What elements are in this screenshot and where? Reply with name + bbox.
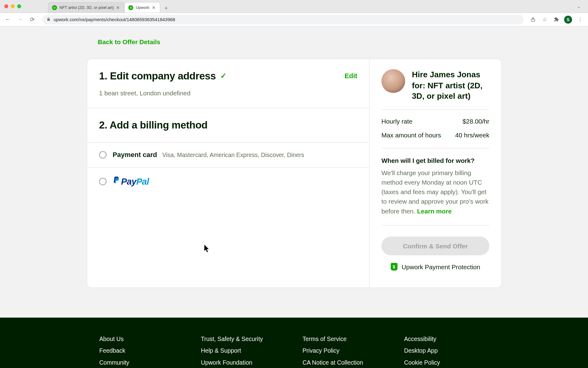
summary-label: Hourly rate	[381, 117, 412, 125]
footer-link[interactable]: Accessibility	[404, 333, 488, 345]
footer-link[interactable]: CA Notice at Collection	[303, 357, 387, 368]
checkout-card: 1. Edit company address ✓ Edit 1 bean st…	[87, 59, 502, 288]
billing-option-paypal[interactable]: PayPal	[87, 167, 369, 195]
site-footer: About Us Feedback Community Trust, Safet…	[0, 318, 588, 368]
svg-rect-0	[47, 19, 50, 20]
summary-row: Max amount of hours 40 hrs/week	[381, 132, 489, 139]
payment-card-sublabel: Visa, Mastercard, American Express, Disc…	[162, 151, 304, 158]
tab-close-icon[interactable]: ✕	[116, 5, 120, 10]
step-title-text: 2. Add a billing method	[99, 119, 207, 131]
footer-link[interactable]: Community	[99, 357, 184, 368]
learn-more-link[interactable]: Learn more	[417, 207, 452, 214]
step-billing-method: 2. Add a billing method	[87, 108, 369, 142]
paypal-logo-icon: PayPal	[113, 176, 149, 187]
billing-explanation: We'll charge your primary billing method…	[381, 168, 489, 216]
shield-icon: $	[390, 263, 397, 271]
mouse-cursor-icon	[204, 245, 210, 253]
footer-link[interactable]: Cookie Policy	[404, 357, 488, 368]
upwork-favicon-icon: u	[128, 5, 133, 10]
edit-address-link[interactable]: Edit	[345, 72, 357, 80]
summary-label: Max amount of hours	[381, 132, 441, 139]
payment-card-label: Payment card	[113, 151, 157, 158]
billing-options: Payment card Visa, Mastercard, American …	[87, 142, 369, 195]
window-close-button[interactable]	[4, 4, 8, 8]
footer-link[interactable]: About Us	[99, 333, 184, 345]
nav-reload-button[interactable]: ⟳	[28, 15, 37, 24]
traffic-lights	[4, 4, 21, 8]
window-maximize-button[interactable]	[17, 4, 21, 8]
confirm-send-offer-button[interactable]: Confirm & Send Offer	[381, 237, 489, 255]
window-titlebar: u NFT artist (2D, 3D, or pixel art) ✕ u …	[0, 0, 588, 13]
summary-value: 40 hrs/week	[455, 132, 489, 139]
footer-link[interactable]: Privacy Policy	[303, 345, 387, 357]
browser-tab[interactable]: u Upwork ✕	[124, 2, 160, 13]
back-to-offer-link[interactable]: Back to Offer Details	[98, 38, 160, 45]
footer-link[interactable]: Upwork Foundation	[201, 357, 285, 368]
extensions-icon[interactable]	[552, 16, 560, 23]
page-title	[98, 26, 588, 32]
payment-protection-badge: $ Upwork Payment Protection	[381, 263, 489, 271]
freelancer-avatar	[381, 69, 405, 93]
new-tab-button[interactable]: +	[162, 4, 171, 13]
share-icon[interactable]	[529, 16, 537, 23]
company-address-text: 1 bean street, London undefined	[99, 90, 357, 97]
address-bar[interactable]: upwork.com/nx/payments/checkout/14808593…	[42, 15, 524, 25]
tabs-overflow-icon[interactable]: ⌄	[574, 4, 584, 9]
tab-title: Upwork	[136, 5, 149, 10]
footer-link[interactable]: Trust, Safety & Security	[201, 333, 285, 345]
lock-icon	[47, 17, 51, 22]
order-summary: Hire James Jonas for: NFT artist (2D, 3D…	[370, 59, 501, 287]
browser-tabs: u NFT artist (2D, 3D, or pixel art) ✕ u …	[48, 0, 171, 13]
step-company-address: 1. Edit company address ✓ Edit 1 bean st…	[87, 59, 369, 108]
upwork-favicon-icon: u	[52, 5, 57, 10]
checkmark-icon: ✓	[220, 71, 226, 81]
footer-link[interactable]: Feedback	[99, 345, 184, 357]
browser-tab[interactable]: u NFT artist (2D, 3D, or pixel art) ✕	[48, 2, 124, 13]
footer-link[interactable]: Desktop App	[404, 345, 488, 357]
summary-value: $28.00/hr	[462, 117, 489, 125]
profile-avatar[interactable]: S	[564, 16, 572, 24]
summary-row: Hourly rate $28.00/hr	[381, 117, 489, 125]
bookmark-star-icon[interactable]: ☆	[541, 16, 548, 23]
radio-unchecked-icon[interactable]	[99, 151, 107, 159]
footer-link[interactable]: Help & Support	[201, 345, 285, 357]
hire-summary-title: Hire James Jonas for: NFT artist (2D, 3D…	[412, 69, 489, 102]
step-title-text: 1. Edit company address	[99, 70, 216, 82]
window-minimize-button[interactable]	[11, 4, 15, 8]
billing-question: When will I get billed for work?	[381, 157, 489, 164]
tab-close-icon[interactable]: ✕	[152, 5, 156, 10]
radio-unchecked-icon[interactable]	[99, 178, 107, 185]
billing-option-card[interactable]: Payment card Visa, Mastercard, American …	[87, 142, 369, 167]
url-text: upwork.com/nx/payments/checkout/14808593…	[54, 17, 175, 22]
nav-back-button[interactable]: ←	[3, 15, 12, 24]
nav-forward-button[interactable]: →	[15, 15, 24, 24]
browser-toolbar: ← → ⟳ upwork.com/nx/payments/checkout/14…	[0, 13, 588, 26]
tab-title: NFT artist (2D, 3D, or pixel art)	[59, 5, 114, 10]
footer-link[interactable]: Terms of Service	[303, 333, 387, 345]
kebab-menu-icon[interactable]: ⋮	[576, 16, 584, 23]
